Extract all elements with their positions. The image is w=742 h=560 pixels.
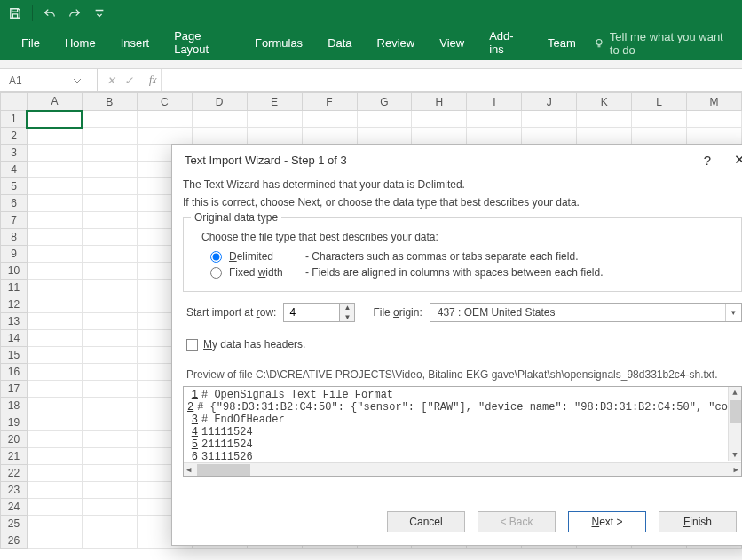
row-header-9[interactable]: 9 — [1, 246, 28, 263]
next-button[interactable]: Next > — [568, 511, 646, 532]
cell-A26[interactable] — [27, 532, 82, 549]
finish-button[interactable]: Finish — [659, 511, 737, 532]
row-header-7[interactable]: 7 — [1, 212, 28, 229]
tab-addins[interactable]: Add-ins — [477, 20, 535, 67]
cell-L2[interactable] — [632, 128, 687, 145]
help-button[interactable]: ? — [699, 152, 715, 168]
cell-A1[interactable] — [27, 111, 82, 128]
cell-A13[interactable] — [27, 313, 82, 330]
cell-A12[interactable] — [27, 296, 82, 313]
tab-view[interactable]: View — [427, 28, 477, 60]
col-header-J[interactable]: J — [522, 93, 577, 111]
col-header-F[interactable]: F — [302, 93, 357, 111]
cell-A10[interactable] — [27, 263, 82, 280]
tab-page-layout[interactable]: Page Layout — [162, 20, 242, 67]
tab-data[interactable]: Data — [315, 28, 364, 60]
fx-label[interactable]: fx — [142, 69, 161, 91]
cell-H2[interactable] — [412, 128, 467, 145]
cell-A24[interactable] — [27, 499, 82, 516]
row-header-1[interactable]: 1 — [1, 111, 28, 128]
start-row-spinner[interactable]: ▲ ▼ — [283, 303, 355, 322]
cell-B1[interactable] — [82, 111, 137, 128]
radio-delimited-input[interactable] — [210, 251, 222, 263]
row-header-13[interactable]: 13 — [1, 313, 28, 330]
cell-B26[interactable] — [82, 532, 137, 549]
cell-B15[interactable] — [82, 347, 137, 364]
cell-F1[interactable] — [302, 111, 357, 128]
close-button[interactable]: ✕ — [731, 152, 742, 168]
radio-fixed-input[interactable] — [210, 267, 222, 279]
col-header-E[interactable]: E — [247, 93, 302, 111]
col-header-A[interactable]: A — [27, 93, 82, 111]
col-header-G[interactable]: G — [357, 93, 412, 111]
cell-B2[interactable] — [82, 128, 137, 145]
col-header-D[interactable]: D — [192, 93, 247, 111]
cell-A9[interactable] — [27, 246, 82, 263]
row-header-6[interactable]: 6 — [1, 195, 28, 212]
cell-A23[interactable] — [27, 482, 82, 499]
cell-C1[interactable] — [137, 111, 192, 128]
preview-hscrollbar[interactable]: ◀ ▶ — [184, 462, 741, 476]
back-button[interactable]: < Back — [478, 511, 556, 532]
save-button[interactable] — [5, 4, 25, 23]
cell-A20[interactable] — [27, 431, 82, 448]
cell-A21[interactable] — [27, 448, 82, 465]
cell-J2[interactable] — [522, 128, 577, 145]
row-header-25[interactable]: 25 — [1, 516, 28, 532]
cell-A5[interactable] — [27, 178, 82, 195]
row-header-10[interactable]: 10 — [1, 263, 28, 280]
cell-I1[interactable] — [467, 111, 522, 128]
cell-E1[interactable] — [247, 111, 302, 128]
tell-me-search[interactable]: Tell me what you want to do — [588, 21, 737, 66]
cell-L1[interactable] — [632, 111, 687, 128]
name-box-dropdown[interactable] — [69, 73, 85, 89]
row-header-3[interactable]: 3 — [1, 145, 28, 162]
preview-vscrollbar[interactable]: ▲ ▼ — [728, 387, 741, 461]
row-header-16[interactable]: 16 — [1, 364, 28, 381]
spinner-down[interactable]: ▼ — [340, 312, 354, 321]
row-header-26[interactable]: 26 — [1, 532, 28, 549]
cell-B19[interactable] — [82, 414, 137, 431]
cell-D1[interactable] — [192, 111, 247, 128]
cell-A19[interactable] — [27, 414, 82, 431]
tab-team[interactable]: Team — [535, 28, 588, 60]
cell-A16[interactable] — [27, 364, 82, 381]
redo-button[interactable] — [65, 4, 84, 23]
cell-B14[interactable] — [82, 330, 137, 347]
cell-I2[interactable] — [467, 128, 522, 145]
start-row-input[interactable] — [284, 304, 339, 321]
row-header-4[interactable]: 4 — [1, 162, 28, 178]
scroll-thumb[interactable] — [197, 464, 250, 476]
cell-B22[interactable] — [82, 465, 137, 482]
cell-B23[interactable] — [82, 482, 137, 499]
cell-B11[interactable] — [82, 280, 137, 296]
row-header-15[interactable]: 15 — [1, 347, 28, 364]
row-header-22[interactable]: 22 — [1, 465, 28, 482]
cell-B3[interactable] — [82, 145, 137, 162]
cell-B5[interactable] — [82, 178, 137, 195]
cell-A3[interactable] — [27, 145, 82, 162]
cell-A25[interactable] — [27, 516, 82, 532]
cell-B12[interactable] — [82, 296, 137, 313]
cell-A2[interactable] — [27, 128, 82, 145]
headers-checkbox[interactable] — [186, 339, 198, 351]
cell-H1[interactable] — [412, 111, 467, 128]
row-header-18[interactable]: 18 — [1, 398, 28, 414]
cell-A17[interactable] — [27, 381, 82, 398]
row-header-23[interactable]: 23 — [1, 482, 28, 499]
file-origin-select[interactable]: 437 : OEM United States ▾ — [430, 303, 742, 322]
cell-B17[interactable] — [82, 381, 137, 398]
row-header-24[interactable]: 24 — [1, 499, 28, 516]
cell-B21[interactable] — [82, 448, 137, 465]
col-header-M[interactable]: M — [687, 93, 742, 111]
cell-A6[interactable] — [27, 195, 82, 212]
col-header-H[interactable]: H — [412, 93, 467, 111]
cell-K2[interactable] — [577, 128, 632, 145]
col-header-I[interactable]: I — [467, 93, 522, 111]
cell-C2[interactable] — [137, 128, 192, 145]
row-header-5[interactable]: 5 — [1, 178, 28, 195]
cell-B9[interactable] — [82, 246, 137, 263]
cell-D2[interactable] — [192, 128, 247, 145]
cell-A14[interactable] — [27, 330, 82, 347]
cell-B25[interactable] — [82, 516, 137, 532]
